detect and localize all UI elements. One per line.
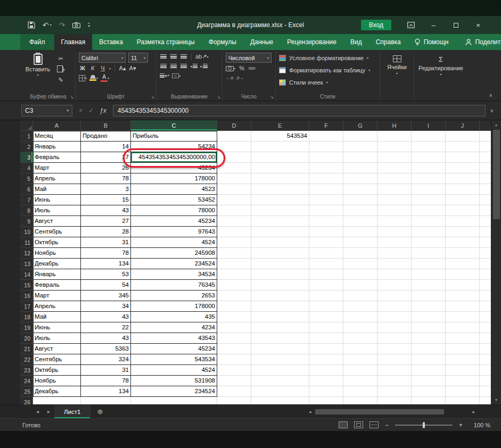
close-button[interactable]: × (473, 21, 483, 29)
row-header-11[interactable]: 11 (20, 237, 33, 248)
insert-function-button[interactable]: ƒx (100, 107, 106, 114)
cell-D24[interactable] (217, 376, 251, 386)
cell-G23[interactable] (343, 365, 377, 376)
copy-button[interactable]: ▾ (56, 65, 65, 73)
vertical-scrollbar-thumb[interactable] (493, 130, 500, 219)
tab-Файл[interactable]: Файл (20, 34, 54, 50)
cell-J7[interactable] (446, 195, 480, 205)
conditional-formatting-button[interactable]: Условное форматирование▾ (279, 53, 376, 63)
cell-J17[interactable] (446, 301, 480, 312)
column-header-G[interactable]: G (343, 120, 377, 131)
row-header-26[interactable]: 26 (20, 397, 33, 404)
cell-A21[interactable]: Август (33, 344, 81, 354)
cell-C9[interactable]: 45234 (131, 216, 217, 227)
cell-F9[interactable] (309, 216, 343, 227)
cell-J2[interactable] (446, 142, 480, 152)
cell-G1[interactable] (343, 131, 377, 142)
cell-G8[interactable] (343, 205, 377, 216)
cell-H10[interactable] (377, 227, 412, 237)
cell-G4[interactable] (343, 163, 377, 173)
cell-G17[interactable] (343, 301, 377, 312)
align-center-button[interactable] (170, 62, 177, 70)
cell-J16[interactable] (446, 291, 480, 301)
borders-button[interactable]: ▾ (79, 74, 87, 82)
cell-F6[interactable] (309, 184, 343, 195)
fill-color-button[interactable]: ▾ (89, 74, 98, 82)
cell-A10[interactable]: Сентябрь (33, 227, 81, 237)
assistant-tab[interactable]: Помощн (408, 34, 455, 50)
cell-C15[interactable]: 76345 (131, 280, 217, 291)
row-header-23[interactable]: 23 (20, 365, 33, 376)
cell-B11[interactable]: 31 (81, 237, 131, 248)
cell-H16[interactable] (377, 291, 412, 301)
cell-A20[interactable]: Июль (33, 333, 81, 344)
cell-I4[interactable] (412, 163, 446, 173)
cell-D19[interactable] (217, 322, 251, 333)
tab-Разметка-страницы[interactable]: Разметка страницы (130, 34, 202, 50)
cell-B24[interactable]: 78 (81, 376, 131, 386)
cell-I15[interactable] (412, 280, 446, 291)
cell-C10[interactable]: 97643 (131, 227, 217, 237)
cell-F14[interactable] (309, 269, 343, 280)
number-format-select[interactable]: Числовой▾ (226, 53, 272, 63)
cell-E17[interactable] (251, 301, 309, 312)
cell-H22[interactable] (377, 354, 412, 365)
cell-I3[interactable] (412, 152, 446, 163)
cell-G7[interactable] (343, 195, 377, 205)
row-header-16[interactable]: 16 (20, 291, 33, 301)
cell-B5[interactable]: 78 (81, 173, 131, 184)
cell-F12[interactable] (309, 248, 343, 259)
cell-A25[interactable]: Декабрь (33, 386, 81, 397)
zoom-in-button[interactable]: + (459, 421, 463, 429)
cell-A1[interactable]: Месяц (33, 131, 81, 142)
cell-A18[interactable]: Май (33, 312, 81, 322)
zoom-slider-thumb[interactable] (423, 422, 425, 428)
zoom-slider[interactable] (395, 425, 453, 426)
cell-A9[interactable]: Август (33, 216, 81, 227)
cell-A7[interactable]: Июнь (33, 195, 81, 205)
cell-F15[interactable] (309, 280, 343, 291)
cell-D20[interactable] (217, 333, 251, 344)
cell-B15[interactable]: 54 (81, 280, 131, 291)
column-header-D[interactable]: D (217, 120, 251, 131)
cell-F23[interactable] (309, 365, 343, 376)
cell-I1[interactable] (412, 131, 446, 142)
font-dialog-launcher[interactable]: ↘ (151, 95, 154, 99)
row-header-14[interactable]: 14 (20, 269, 33, 280)
cell-A26[interactable] (33, 397, 81, 404)
cell-E3[interactable] (251, 152, 309, 163)
cell-C12[interactable]: 245908 (131, 248, 217, 259)
cell-B7[interactable]: 15 (81, 195, 131, 205)
tab-Вставка[interactable]: Вставка (92, 34, 130, 50)
cell-F2[interactable] (309, 142, 343, 152)
cell-D13[interactable] (217, 259, 251, 269)
cell-E12[interactable] (251, 248, 309, 259)
cell-H9[interactable] (377, 216, 412, 227)
cell-A12[interactable]: Ноябрь (33, 248, 81, 259)
cell-I8[interactable] (412, 205, 446, 216)
cell-C13[interactable]: 234524 (131, 259, 217, 269)
cell-B3[interactable]: 17 (81, 152, 131, 163)
tab-Вид[interactable]: Вид (343, 34, 369, 50)
cell-B18[interactable]: 43 (81, 312, 131, 322)
cell-A6[interactable]: Май (33, 184, 81, 195)
column-header-I[interactable]: I (412, 120, 446, 131)
cell-C23[interactable]: 4524 (131, 365, 217, 376)
cell-H12[interactable] (377, 248, 412, 259)
column-header-H[interactable]: H (377, 120, 412, 131)
tab-Формулы[interactable]: Формулы (202, 34, 243, 50)
cell-E6[interactable] (251, 184, 309, 195)
cell-D14[interactable] (217, 269, 251, 280)
cell-E8[interactable] (251, 205, 309, 216)
row-header-3[interactable]: 3 (20, 152, 33, 163)
cell-F26[interactable] (309, 397, 343, 404)
font-size-select[interactable]: 11▾ (128, 53, 148, 63)
cell-F21[interactable] (309, 344, 343, 354)
row-header-17[interactable]: 17 (20, 301, 33, 312)
horizontal-scrollbar[interactable]: ◂ ▸ (304, 405, 480, 418)
cell-E4[interactable] (251, 163, 309, 173)
row-header-21[interactable]: 21 (20, 344, 33, 354)
cell-F22[interactable] (309, 354, 343, 365)
clipboard-dialog-launcher[interactable]: ↘ (70, 95, 73, 99)
cell-C22[interactable]: 543534 (131, 354, 217, 365)
